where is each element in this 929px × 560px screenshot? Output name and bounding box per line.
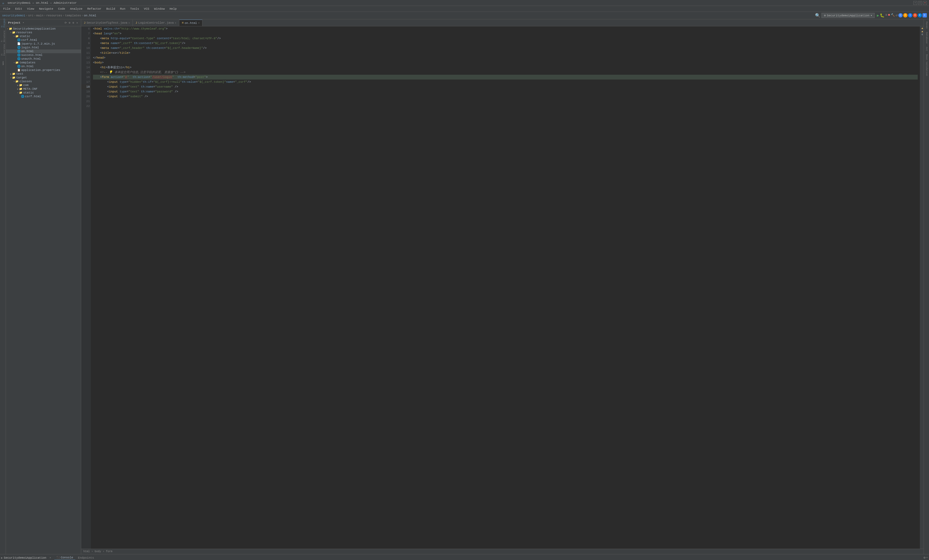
maven-label[interactable]: Maven (925, 20, 929, 30)
refresh-button[interactable]: ↺ (896, 13, 898, 18)
tree-item-app-properties[interactable]: 📋 application.properties (6, 68, 81, 72)
tree-item-on-html-templates[interactable]: 🌐 on.html (6, 64, 81, 68)
chrome2-button[interactable]: C (923, 13, 927, 17)
tab-label: LoginController.java (138, 21, 174, 24)
bean-validation-label[interactable]: Bean Validation (925, 53, 929, 77)
tree-item-com[interactable]: ▶ 📁 com (6, 83, 81, 87)
ant-label[interactable]: Ant (925, 46, 929, 52)
coverage-button[interactable]: ≡ (885, 13, 887, 18)
panel-config-button[interactable]: ⚙ (68, 21, 71, 25)
firefox-button[interactable]: F (903, 13, 908, 17)
menu-window[interactable]: Window (152, 7, 167, 11)
breadcrumb-src[interactable]: src (28, 14, 33, 17)
gutter-21: 21 (81, 99, 91, 104)
panel-dropdown-icon[interactable]: ▾ (23, 21, 24, 24)
menu-help[interactable]: Help (167, 7, 179, 11)
stop-button[interactable]: ■ (888, 13, 890, 18)
tab-security-config[interactable]: J SecurityConfigTest.java ✕ (81, 20, 133, 26)
tree-item-success-html[interactable]: 🌐 success.html (6, 53, 81, 57)
tree-label: on.html (21, 65, 34, 68)
tree-label: target (16, 76, 27, 79)
menu-analyze[interactable]: Analyze (68, 7, 84, 11)
title-bar-controls: ─ □ ✕ (914, 1, 927, 5)
menu-file[interactable]: File (1, 7, 12, 11)
tree-item-unauth-html[interactable]: 🌐 unauth.html (6, 57, 81, 61)
js-icon: 📄 (17, 42, 20, 46)
tree-item-on-html-static[interactable]: 🌐 on.html (6, 49, 81, 53)
menu-code[interactable]: Code (56, 7, 67, 11)
run-settings-icon[interactable]: ⚙ (924, 556, 926, 560)
tree-item-resources[interactable]: ▾ 📁 resources (6, 31, 81, 34)
tree-item-jquery-js[interactable]: 📄 jquery-1.7.2.min.js (6, 42, 81, 46)
favorites-icon[interactable]: 2: Favorites (0, 47, 5, 52)
breadcrumb-main[interactable]: main (36, 14, 43, 17)
tree-item-test[interactable]: ▶ 📁 test (6, 72, 81, 76)
maximize-button[interactable]: □ (918, 1, 922, 5)
tree-label: unauth.html (21, 57, 41, 60)
tab-close-icon[interactable]: ✕ (129, 21, 130, 24)
tab-on-html[interactable]: H on.html ✕ (179, 20, 203, 26)
run-minimize-icon[interactable]: ─ (926, 556, 928, 560)
menu-tools[interactable]: Tools (128, 7, 141, 11)
menu-navigate[interactable]: Navigate (37, 7, 55, 11)
run-panel-close-button[interactable]: ✕ (49, 556, 51, 559)
tree-label: jquery-1.7.2.min.js (21, 42, 55, 46)
tree-item-csrf-html[interactable]: 🌐 csrf.html (6, 38, 81, 42)
code-editor[interactable]: 6 7 8 9 10 11 12 13 14 15 16 17 18 19 20… (81, 26, 924, 549)
tree-item-static[interactable]: ▾ 📁 static (6, 34, 81, 38)
main-layout: 1: Project 7: Structure 2: Favorites Web… (0, 19, 929, 554)
edge-button[interactable]: E (918, 13, 922, 17)
web-icon[interactable]: Web (0, 61, 5, 66)
tree-item-login-html[interactable]: 🌐 login.html (6, 46, 81, 49)
code-content[interactable]: <html xmlns:th="http://www.thymeleaf.org… (91, 26, 920, 549)
minimize-button[interactable]: ─ (914, 1, 917, 5)
tree-item-classes[interactable]: ▾ 📁 classes (6, 80, 81, 83)
menu-view[interactable]: View (25, 7, 36, 11)
panel-close-button[interactable]: ✕ (75, 21, 79, 25)
code-line-22: <input type="submit" /> (93, 94, 918, 99)
breadcrumb-resources[interactable]: resources (46, 14, 62, 17)
warning-up-icon: ▲ (921, 30, 923, 33)
build-button[interactable]: 🔨 (891, 13, 895, 18)
gutter-6: 6 (81, 26, 91, 31)
panel-gear-button[interactable]: ⚙ (72, 21, 75, 25)
gutter-15: 15 (81, 70, 91, 75)
tab-login-controller[interactable]: J LoginController.java ✕ (133, 20, 179, 26)
ie-button[interactable]: I (908, 13, 912, 17)
structure-icon[interactable]: 7: Structure (0, 34, 5, 39)
title-bar: ☕ securitydemo1 – on.html – Administrato… (0, 0, 929, 6)
menu-build[interactable]: Build (104, 7, 117, 11)
chevron-icon: ▾ (7, 28, 8, 31)
menu-run[interactable]: Run (118, 7, 127, 11)
breadcrumb-templates[interactable]: templates (65, 14, 81, 17)
breadcrumb-file[interactable]: on.html (84, 14, 96, 17)
run-tab-console[interactable]: ⬛ Console (54, 555, 75, 560)
close-button[interactable]: ✕ (923, 1, 927, 5)
run-tab-endpoints[interactable]: Endpoints (76, 555, 96, 560)
menu-vcs[interactable]: VCS (142, 7, 151, 11)
tab-close-icon[interactable]: ✕ (175, 21, 176, 24)
breadcrumb-project[interactable]: securitydemo1 (2, 14, 25, 17)
tree-item-static-target[interactable]: ▾ 📁 static (6, 91, 81, 95)
run-button[interactable]: ▶ (877, 13, 879, 18)
tree-item-target[interactable]: ▾ 📁 target (6, 76, 81, 80)
database-label[interactable]: Database (925, 31, 929, 44)
navigate-back-button[interactable]: 🔍 (815, 13, 820, 18)
debug-button[interactable]: 🐛 (880, 13, 885, 18)
project-icon[interactable]: 1: Project (0, 20, 5, 25)
menu-edit[interactable]: Edit (13, 7, 24, 11)
chrome-button[interactable]: C (898, 13, 903, 17)
tab-close-icon[interactable]: ✕ (198, 21, 199, 24)
tab-label: SecurityConfigTest.java (87, 21, 127, 24)
tree-item-meta-inf[interactable]: ▶ 📁 META-INF (6, 87, 81, 91)
menu-refactor[interactable]: Refactor (85, 7, 104, 11)
tree-item-csrf-target[interactable]: 🌐 csrf.html (6, 95, 81, 98)
run-config[interactable]: ⚙ Securitydemo1Application ▾ (822, 13, 875, 18)
left-sidebar-icons: 1: Project 7: Structure 2: Favorites Web (0, 19, 6, 554)
panel-sync-button[interactable]: ⟳ (64, 21, 67, 25)
opera-button[interactable]: O (913, 13, 917, 17)
tree-label: csrf.html (25, 95, 41, 98)
run-config-icon: ⚙ (824, 14, 826, 17)
tree-item-templates[interactable]: ▾ 📁 templates (6, 61, 81, 64)
tree-item-root[interactable]: ▾ 📁 Securitydemo1Application (6, 27, 81, 31)
